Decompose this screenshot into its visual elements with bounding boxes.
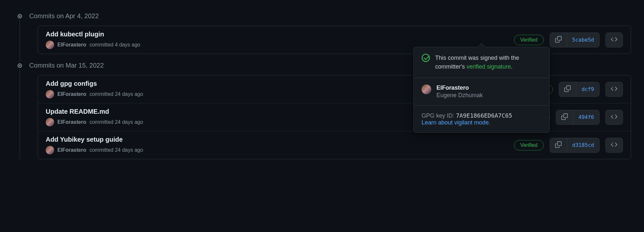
verified-popover: This commit was signed with the committe…: [413, 47, 550, 133]
commit-title-link[interactable]: Add Yubikey setup guide: [46, 136, 143, 143]
author-link[interactable]: ElForastero: [57, 91, 86, 97]
commit-time: committed 24 days ago: [89, 91, 143, 97]
code-icon: [611, 36, 617, 44]
browse-repo-button[interactable]: [606, 33, 623, 47]
commit-sha-link[interactable]: d3185cd: [567, 138, 599, 152]
commit-title-link[interactable]: Update README.md: [46, 108, 143, 115]
avatar[interactable]: [422, 84, 431, 94]
vigilant-line: Learn about vigilant mode.: [422, 119, 542, 126]
copy-icon: [561, 113, 568, 121]
commit-info: Update README.md ElForastero committed 2…: [46, 108, 143, 126]
commit-time: committed 24 days ago: [89, 119, 143, 125]
verified-badge[interactable]: Verified: [514, 35, 543, 45]
copy-icon: [555, 36, 562, 44]
commit-info: Add gpg configs ElForastero committed 24…: [46, 80, 143, 98]
avatar[interactable]: [46, 118, 54, 126]
svg-point-1: [19, 15, 21, 17]
browse-button-group: [605, 138, 623, 153]
author-link[interactable]: ElForastero: [57, 42, 86, 48]
vigilant-mode-link[interactable]: Learn about vigilant mode: [422, 119, 489, 126]
svg-point-4: [19, 65, 21, 66]
code-icon: [611, 141, 617, 149]
commit-actions: Verified 5cabe5d: [514, 32, 623, 47]
commit-actions: Verified d3185cd: [514, 138, 623, 153]
commit-timeline: Commits on Apr 4, 2022 Add kubectl plugi…: [13, 12, 631, 159]
gpg-line: GPG key ID: 7A9E1866ED6A7C65: [422, 112, 542, 119]
verified-signature-link[interactable]: verified signature: [466, 63, 511, 70]
copy-icon: [564, 85, 571, 93]
date-header-text: Commits on Apr 4, 2022: [29, 12, 99, 20]
avatar[interactable]: [46, 146, 54, 154]
gpg-label: GPG key ID:: [422, 112, 456, 119]
commit-group: Add kubectl plugin ElForastero committed…: [38, 26, 631, 54]
commit-row: Add kubectl plugin ElForastero committed…: [38, 26, 631, 54]
copy-sha-button[interactable]: [559, 82, 576, 97]
verified-check-icon: [422, 54, 430, 62]
commit-title-link[interactable]: Add kubectl plugin: [46, 31, 140, 38]
commit-time: committed 4 days ago: [89, 42, 140, 48]
commit-row: Add Yubikey setup guide ElForastero comm…: [38, 131, 631, 159]
commit-info: Add kubectl plugin ElForastero committed…: [46, 31, 140, 49]
vigilant-period: .: [489, 120, 490, 125]
commit-dot-icon: [16, 13, 23, 20]
sha-button-group: d3185cd: [550, 138, 600, 153]
commit-byline: ElForastero committed 24 days ago: [46, 146, 143, 154]
commit-time: committed 24 days ago: [89, 147, 143, 153]
commit-sha-link[interactable]: 494f6: [573, 110, 599, 124]
commit-date-header: Commits on Apr 4, 2022: [13, 12, 631, 20]
date-header-text: Commits on Mar 15, 2022: [29, 62, 104, 69]
sha-button-group: dcf9: [559, 82, 600, 97]
copy-sha-button[interactable]: [556, 110, 573, 124]
popover-message-section: This commit was signed with the committe…: [414, 47, 549, 78]
signer-login: ElForastero: [436, 84, 483, 91]
popover-signer-section: ElForastero Eugene Dzhumak: [414, 78, 549, 106]
signer-fullname: Eugene Dzhumak: [436, 92, 483, 99]
copy-icon: [555, 141, 562, 149]
commit-byline: ElForastero committed 24 days ago: [46, 118, 143, 126]
commit-title-link[interactable]: Add gpg configs: [46, 80, 143, 87]
commit-sha-link[interactable]: 5cabe5d: [567, 33, 599, 47]
popover-period: .: [511, 63, 513, 70]
copy-sha-button[interactable]: [550, 33, 567, 47]
browse-repo-button[interactable]: [606, 138, 623, 152]
sha-button-group: 494f6: [556, 110, 600, 125]
popover-message: This commit was signed with the committe…: [435, 54, 542, 71]
copy-sha-button[interactable]: [550, 138, 567, 152]
commit-sha-link[interactable]: dcf9: [576, 82, 599, 97]
browse-button-group: [605, 32, 623, 47]
popover-gpg-section: GPG key ID: 7A9E1866ED6A7C65 Learn about…: [414, 106, 549, 133]
author-link[interactable]: ElForastero: [57, 147, 86, 153]
code-icon: [611, 85, 617, 93]
verified-badge[interactable]: Verified: [514, 140, 543, 150]
timeline-line: [19, 12, 20, 159]
browse-button-group: [605, 82, 623, 97]
sha-button-group: 5cabe5d: [550, 32, 600, 47]
browse-repo-button[interactable]: [606, 82, 623, 97]
svg-point-2: [422, 54, 430, 62]
author-link[interactable]: ElForastero: [57, 119, 86, 125]
signer-info: ElForastero Eugene Dzhumak: [436, 84, 483, 99]
commit-byline: ElForastero committed 24 days ago: [46, 90, 143, 98]
commit-info: Add Yubikey setup guide ElForastero comm…: [46, 136, 143, 154]
browse-button-group: [605, 110, 623, 125]
commit-byline: ElForastero committed 4 days ago: [46, 41, 140, 49]
gpg-key-id: 7A9E1866ED6A7C65: [456, 112, 512, 119]
code-icon: [611, 113, 617, 121]
commit-dot-icon: [16, 62, 23, 69]
browse-repo-button[interactable]: [606, 110, 623, 124]
avatar[interactable]: [46, 90, 54, 98]
avatar[interactable]: [46, 41, 54, 49]
